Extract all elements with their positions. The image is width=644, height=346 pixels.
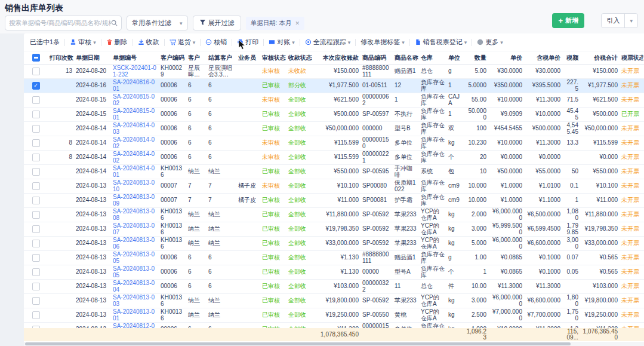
writeoff-button[interactable]: 核销	[205, 38, 227, 47]
document-link[interactable]: XSCK-202401-01-232	[111, 65, 159, 78]
table-row[interactable]: 2024-08-15SA-20240815-0010000666已审核全部收¥5…	[24, 108, 644, 122]
row-checkbox[interactable]	[32, 225, 40, 233]
table-row[interactable]: 2024-08-15SA-20240815-0020000666未审核全部收¥6…	[24, 93, 644, 108]
collect-button[interactable]: 收款	[138, 38, 159, 47]
row-checkbox[interactable]	[32, 268, 40, 276]
reconcile-button[interactable]: 对账▾	[269, 38, 295, 47]
cell-cb[interactable]	[24, 268, 48, 277]
row-checkbox[interactable]	[32, 111, 40, 118]
horizontal-scrollbar[interactable]	[24, 342, 644, 346]
return-button[interactable]: 退货▾	[170, 38, 196, 47]
cell-cb[interactable]	[24, 139, 48, 148]
cell-recv: ¥11.000	[314, 197, 360, 204]
document-link[interactable]: SA-20240813-005	[111, 251, 159, 265]
row-checkbox[interactable]	[32, 125, 40, 133]
cell-cb[interactable]	[24, 196, 48, 205]
document-link[interactable]: SA-20240813-010	[111, 179, 159, 193]
row-checkbox[interactable]	[32, 68, 40, 75]
cell-ccode: 00006	[159, 111, 186, 118]
row-checkbox[interactable]	[32, 168, 40, 176]
cell-cb[interactable]	[24, 110, 48, 119]
document-link[interactable]: SA-20240814-003	[111, 122, 159, 136]
table-row[interactable]: 2024-08-13SA-20240813-007KH00136纳兰纳兰已审核全…	[24, 222, 644, 237]
table-row[interactable]: 132024-08-20XSCK-202401-01-232KH00029星辰啤…	[24, 65, 644, 79]
table-row[interactable]: 2024-08-13SA-20240813-0050000666已审核全部收¥1…	[24, 265, 644, 280]
row-checkbox[interactable]	[32, 240, 40, 247]
table-row[interactable]: 2024-08-13SA-20240813-001KH00136纳兰纳兰已审核全…	[24, 308, 644, 323]
table-row[interactable]: 2024-08-14SA-20240814-001KH00136纳兰纳兰已审核全…	[24, 165, 644, 179]
cell-cb[interactable]	[24, 67, 48, 76]
document-link[interactable]: SA-20240812-004	[111, 323, 159, 328]
cell-cb[interactable]	[24, 225, 48, 234]
table-row[interactable]: 82024-08-14SA-20240814-0020000666未审核全部收¥…	[24, 151, 644, 165]
date-filter-tag[interactable]: 单据日期: 本月 ✕	[246, 17, 304, 30]
scrollbar-thumb[interactable]	[25, 342, 571, 345]
document-link[interactable]: SA-20240815-002	[111, 93, 159, 107]
edit-tag-button[interactable]: 修改单据标签▾	[360, 38, 405, 47]
table-row[interactable]: 2024-08-12SA-20240812-0040000666已审核全部收¥1…	[24, 323, 644, 328]
summary-tax: 115,09...	[562, 328, 580, 341]
expand-filter-button[interactable]: 展开过滤	[193, 16, 241, 30]
common-filter-select[interactable]: 常用条件过滤 ▾	[127, 16, 188, 30]
cell-cb[interactable]	[24, 296, 48, 305]
tax-invoice-button[interactable]: 销售税票登记▾	[415, 38, 467, 47]
row-checkbox[interactable]	[32, 154, 40, 161]
chevron-down-icon[interactable]: ▾	[625, 18, 637, 24]
document-link[interactable]: SA-20240814-002	[111, 136, 159, 150]
cell-cb[interactable]	[24, 167, 48, 176]
document-link[interactable]: SA-20240813-004	[111, 280, 159, 293]
search-input[interactable]: 搜索单据编号/商品编码/商品名称/规格	[5, 16, 122, 30]
cell-cb[interactable]: ✓	[24, 81, 48, 90]
document-link[interactable]: SA-20240814-002	[111, 151, 159, 164]
cell-cb[interactable]	[24, 210, 48, 219]
row-checkbox[interactable]	[32, 139, 40, 147]
row-checkbox[interactable]	[32, 283, 40, 290]
row-checkbox[interactable]	[32, 182, 40, 190]
row-checkbox[interactable]	[32, 311, 40, 319]
cell-audit: 已审核	[260, 225, 286, 233]
select-all-checkbox[interactable]	[32, 54, 40, 62]
cell-cb[interactable]	[24, 239, 48, 248]
table-row[interactable]: 2024-08-13SA-20240813-008KH00136纳兰纳兰已审核全…	[24, 208, 644, 222]
close-icon[interactable]: ✕	[295, 20, 300, 26]
table-row[interactable]: 82024-08-14SA-20240814-0020000666未审核全部收¥…	[24, 136, 644, 151]
table-row[interactable]: 2024-08-14SA-20240814-0030000666已审核全部收¥5…	[24, 122, 644, 136]
cell-cb[interactable]	[24, 96, 48, 105]
add-button[interactable]: + 新增	[552, 13, 584, 28]
cell-cb[interactable]	[24, 253, 48, 262]
document-link[interactable]: SA-20240813-001	[111, 308, 159, 322]
document-link[interactable]: SA-20240816-001	[111, 79, 159, 93]
cell-cb[interactable]	[24, 282, 48, 291]
table-row[interactable]: 2024-08-13SA-20240813-006KH00136纳兰纳兰已审核全…	[24, 237, 644, 251]
table-row[interactable]: 2024-08-13SA-20240813-0100000777橘子皮未审核全部…	[24, 179, 644, 194]
row-checkbox[interactable]: ✓	[32, 82, 40, 90]
row-checkbox[interactable]	[32, 211, 40, 219]
document-link[interactable]: SA-20240813-008	[111, 208, 159, 222]
row-checkbox[interactable]	[32, 297, 40, 305]
delete-button[interactable]: 删除	[106, 38, 128, 47]
document-link[interactable]: SA-20240814-001	[111, 165, 159, 179]
table-row[interactable]: 2024-08-13SA-20240813-0040000666已审核全部收¥1…	[24, 280, 644, 294]
audit-button[interactable]: 审核▾	[70, 38, 96, 47]
cell-cb[interactable]	[24, 124, 48, 133]
table-row[interactable]: 2024-08-13SA-20240813-003KH00136纳兰纳兰已审核全…	[24, 294, 644, 308]
document-link[interactable]: SA-20240813-009	[111, 194, 159, 207]
document-link[interactable]: SA-20240815-001	[111, 108, 159, 121]
document-link[interactable]: SA-20240813-003	[111, 294, 159, 308]
row-checkbox[interactable]	[32, 96, 40, 104]
column-header-cb[interactable]	[24, 54, 48, 62]
document-link[interactable]: SA-20240813-006	[111, 237, 159, 250]
table-row[interactable]: 2024-08-13SA-20240813-0050000666已审核全部收¥1…	[24, 251, 644, 265]
row-checkbox[interactable]	[32, 197, 40, 204]
row-checkbox[interactable]	[32, 254, 40, 262]
cell-cb[interactable]	[24, 182, 48, 191]
cell-cb[interactable]	[24, 311, 48, 320]
document-link[interactable]: SA-20240813-005	[111, 265, 159, 279]
document-link[interactable]: SA-20240813-007	[111, 222, 159, 236]
trace-button[interactable]: 全流程跟踪▾	[305, 38, 351, 47]
more-button[interactable]: 更多▾	[477, 38, 503, 47]
cell-cb[interactable]	[24, 153, 48, 162]
table-row[interactable]: ✓2024-08-16SA-20240816-0010000666已审核部分收¥…	[24, 79, 644, 93]
table-row[interactable]: 2024-08-13SA-20240813-0090000777橘子皮已审核全部…	[24, 194, 644, 208]
import-button[interactable]: 引入 ▾	[601, 13, 638, 28]
